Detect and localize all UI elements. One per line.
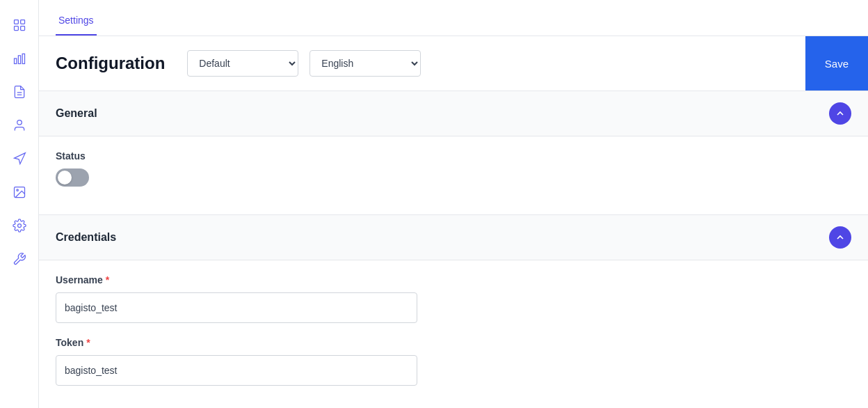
general-section-title: General (56, 107, 97, 120)
username-input[interactable] (56, 292, 417, 323)
bar-chart-icon[interactable] (6, 45, 33, 72)
sidebar (0, 0, 39, 408)
svg-rect-0 (14, 20, 18, 24)
svg-rect-5 (18, 56, 20, 64)
page-header: Configuration Default English Save (39, 36, 868, 91)
document-icon[interactable] (6, 78, 33, 106)
token-required: * (86, 337, 90, 348)
wrench-icon[interactable] (6, 245, 33, 273)
content-area: Configuration Default English Save Gener… (39, 36, 868, 408)
credentials-section-body: Username* Token* (39, 260, 868, 408)
svg-rect-3 (20, 26, 24, 31)
token-field: Token* (56, 337, 851, 386)
status-toggle-wrapper (56, 168, 851, 187)
token-input[interactable] (56, 355, 417, 386)
svg-point-11 (16, 189, 17, 191)
credentials-collapse-button[interactable] (829, 226, 851, 249)
settings-icon[interactable] (6, 212, 33, 240)
dashboard-icon[interactable] (6, 11, 33, 39)
language-select[interactable]: English (310, 50, 421, 77)
image-icon[interactable] (6, 178, 33, 206)
default-select[interactable]: Default (187, 50, 298, 77)
username-required: * (106, 274, 109, 285)
status-field: Status (56, 150, 851, 187)
credentials-section-header[interactable]: Credentials (39, 215, 868, 260)
username-field: Username* (56, 274, 851, 323)
main-content: Settings Configuration Default English S… (39, 0, 868, 408)
token-label: Token* (56, 337, 851, 348)
general-section-body: Status (39, 136, 868, 215)
megaphone-icon[interactable] (6, 145, 33, 173)
svg-rect-2 (14, 26, 18, 31)
svg-point-12 (17, 224, 21, 228)
page-title: Configuration (56, 54, 165, 73)
save-button[interactable]: Save (805, 36, 868, 91)
svg-rect-4 (14, 58, 16, 64)
status-label: Status (56, 150, 851, 162)
general-collapse-button[interactable] (829, 102, 851, 125)
user-icon[interactable] (6, 111, 33, 139)
svg-rect-6 (22, 54, 24, 63)
tabs-bar: Settings (39, 0, 868, 36)
toggle-thumb (58, 171, 72, 185)
credentials-section-title: Credentials (56, 231, 116, 244)
username-label: Username* (56, 274, 851, 285)
status-toggle[interactable] (56, 168, 89, 187)
general-section-header[interactable]: General (39, 91, 868, 136)
svg-point-9 (17, 120, 22, 125)
svg-rect-1 (20, 20, 24, 24)
tab-settings[interactable]: Settings (56, 6, 97, 36)
